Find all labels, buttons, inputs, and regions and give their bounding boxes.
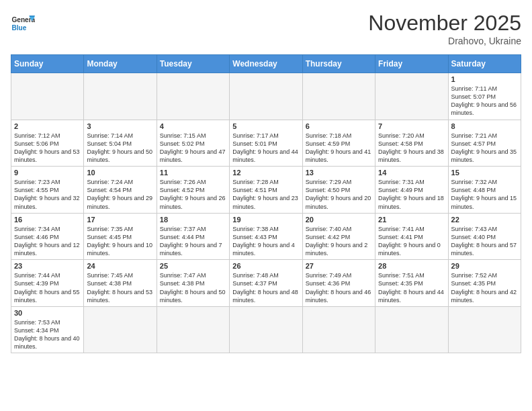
calendar-cell: 28Sunrise: 7:51 AM Sunset: 4:35 PM Dayli… — [375, 260, 448, 307]
day-info: Sunrise: 7:28 AM Sunset: 4:51 PM Dayligh… — [232, 178, 299, 211]
calendar-cell: 21Sunrise: 7:41 AM Sunset: 4:41 PM Dayli… — [375, 213, 448, 260]
day-number: 25 — [160, 262, 226, 270]
calendar-cell: 3Sunrise: 7:14 AM Sunset: 5:04 PM Daylig… — [84, 120, 157, 167]
calendar-cell: 5Sunrise: 7:17 AM Sunset: 5:01 PM Daylig… — [230, 120, 302, 167]
calendar-cell — [302, 73, 375, 120]
calendar-cell: 24Sunrise: 7:45 AM Sunset: 4:38 PM Dayli… — [84, 260, 157, 307]
calendar-week-2: 2Sunrise: 7:12 AM Sunset: 5:06 PM Daylig… — [11, 120, 521, 167]
calendar-header-saturday: Saturday — [448, 55, 521, 73]
calendar-cell: 20Sunrise: 7:40 AM Sunset: 4:42 PM Dayli… — [302, 213, 375, 260]
calendar-cell — [375, 306, 448, 353]
day-number: 4 — [160, 122, 226, 130]
calendar-cell: 6Sunrise: 7:18 AM Sunset: 4:59 PM Daylig… — [302, 120, 375, 167]
day-info: Sunrise: 7:21 AM Sunset: 4:57 PM Dayligh… — [451, 132, 518, 165]
day-info: Sunrise: 7:52 AM Sunset: 4:35 PM Dayligh… — [451, 271, 518, 304]
day-info: Sunrise: 7:23 AM Sunset: 4:55 PM Dayligh… — [14, 178, 81, 211]
calendar-cell: 22Sunrise: 7:43 AM Sunset: 4:40 PM Dayli… — [448, 213, 521, 260]
calendar-cell: 8Sunrise: 7:21 AM Sunset: 4:57 PM Daylig… — [448, 120, 521, 167]
calendar-header-wednesday: Wednesday — [230, 55, 302, 73]
calendar-week-5: 23Sunrise: 7:44 AM Sunset: 4:39 PM Dayli… — [11, 260, 521, 307]
calendar-cell: 7Sunrise: 7:20 AM Sunset: 4:58 PM Daylig… — [375, 120, 448, 167]
day-number: 23 — [14, 262, 81, 270]
day-number: 24 — [87, 262, 153, 270]
calendar-cell: 11Sunrise: 7:26 AM Sunset: 4:52 PM Dayli… — [157, 167, 229, 214]
day-number: 2 — [14, 122, 81, 130]
day-number: 15 — [451, 169, 518, 177]
location: Drahovo, Ukraine — [368, 36, 521, 46]
day-number: 22 — [451, 216, 518, 224]
calendar-cell — [375, 73, 448, 120]
calendar-cell: 15Sunrise: 7:32 AM Sunset: 4:48 PM Dayli… — [448, 167, 521, 214]
calendar-cell — [230, 73, 302, 120]
day-number: 12 — [232, 169, 299, 177]
calendar-cell: 10Sunrise: 7:24 AM Sunset: 4:54 PM Dayli… — [84, 167, 157, 214]
day-info: Sunrise: 7:29 AM Sunset: 4:50 PM Dayligh… — [306, 178, 372, 211]
header: General Blue November 2025 Drahovo, Ukra… — [11, 11, 521, 46]
day-number: 9 — [14, 169, 81, 177]
day-number: 14 — [378, 169, 445, 177]
calendar-cell — [302, 306, 375, 353]
day-number: 3 — [87, 122, 153, 130]
calendar-cell — [448, 306, 521, 353]
day-number: 20 — [306, 216, 372, 224]
calendar-cell: 18Sunrise: 7:37 AM Sunset: 4:44 PM Dayli… — [157, 213, 229, 260]
day-info: Sunrise: 7:31 AM Sunset: 4:49 PM Dayligh… — [378, 178, 445, 211]
day-info: Sunrise: 7:26 AM Sunset: 4:52 PM Dayligh… — [160, 178, 226, 211]
calendar-cell: 4Sunrise: 7:15 AM Sunset: 5:02 PM Daylig… — [157, 120, 229, 167]
day-info: Sunrise: 7:53 AM Sunset: 4:34 PM Dayligh… — [14, 318, 81, 351]
calendar-header-sunday: Sunday — [11, 55, 84, 73]
calendar-week-6: 30Sunrise: 7:53 AM Sunset: 4:34 PM Dayli… — [11, 306, 521, 353]
calendar-header-thursday: Thursday — [302, 55, 375, 73]
logo-icon: General Blue — [11, 11, 35, 35]
title-block: November 2025 Drahovo, Ukraine — [368, 11, 521, 46]
day-info: Sunrise: 7:35 AM Sunset: 4:45 PM Dayligh… — [87, 225, 153, 258]
day-info: Sunrise: 7:20 AM Sunset: 4:58 PM Dayligh… — [378, 132, 445, 165]
day-number: 6 — [306, 122, 372, 130]
day-number: 28 — [378, 262, 445, 270]
day-info: Sunrise: 7:45 AM Sunset: 4:38 PM Dayligh… — [87, 271, 153, 304]
day-info: Sunrise: 7:18 AM Sunset: 4:59 PM Dayligh… — [306, 132, 372, 165]
day-info: Sunrise: 7:43 AM Sunset: 4:40 PM Dayligh… — [451, 225, 518, 258]
calendar-cell — [11, 73, 84, 120]
day-info: Sunrise: 7:24 AM Sunset: 4:54 PM Dayligh… — [87, 178, 153, 211]
day-number: 8 — [451, 122, 518, 130]
calendar-cell: 16Sunrise: 7:34 AM Sunset: 4:46 PM Dayli… — [11, 213, 84, 260]
day-info: Sunrise: 7:49 AM Sunset: 4:36 PM Dayligh… — [306, 271, 372, 304]
day-number: 18 — [160, 216, 226, 224]
month-title: November 2025 — [368, 11, 521, 36]
day-number: 16 — [14, 216, 81, 224]
calendar-cell: 12Sunrise: 7:28 AM Sunset: 4:51 PM Dayli… — [230, 167, 302, 214]
day-info: Sunrise: 7:34 AM Sunset: 4:46 PM Dayligh… — [14, 225, 81, 258]
calendar-cell — [84, 306, 157, 353]
calendar: SundayMondayTuesdayWednesdayThursdayFrid… — [11, 54, 521, 353]
day-number: 29 — [451, 262, 518, 270]
calendar-cell: 19Sunrise: 7:38 AM Sunset: 4:43 PM Dayli… — [230, 213, 302, 260]
day-number: 17 — [87, 216, 153, 224]
day-number: 13 — [306, 169, 372, 177]
calendar-cell: 23Sunrise: 7:44 AM Sunset: 4:39 PM Dayli… — [11, 260, 84, 307]
day-info: Sunrise: 7:48 AM Sunset: 4:37 PM Dayligh… — [232, 271, 299, 304]
calendar-header-tuesday: Tuesday — [157, 55, 229, 73]
calendar-cell: 27Sunrise: 7:49 AM Sunset: 4:36 PM Dayli… — [302, 260, 375, 307]
calendar-header-row: SundayMondayTuesdayWednesdayThursdayFrid… — [11, 55, 521, 73]
day-number: 19 — [232, 216, 299, 224]
day-number: 27 — [306, 262, 372, 270]
calendar-cell: 2Sunrise: 7:12 AM Sunset: 5:06 PM Daylig… — [11, 120, 84, 167]
calendar-header-friday: Friday — [375, 55, 448, 73]
day-info: Sunrise: 7:47 AM Sunset: 4:38 PM Dayligh… — [160, 271, 226, 304]
calendar-cell — [157, 306, 229, 353]
day-number: 7 — [378, 122, 445, 130]
calendar-cell: 29Sunrise: 7:52 AM Sunset: 4:35 PM Dayli… — [448, 260, 521, 307]
calendar-cell: 25Sunrise: 7:47 AM Sunset: 4:38 PM Dayli… — [157, 260, 229, 307]
day-info: Sunrise: 7:14 AM Sunset: 5:04 PM Dayligh… — [87, 132, 153, 165]
calendar-cell: 1Sunrise: 7:11 AM Sunset: 5:07 PM Daylig… — [448, 73, 521, 120]
calendar-cell: 30Sunrise: 7:53 AM Sunset: 4:34 PM Dayli… — [11, 306, 84, 353]
day-info: Sunrise: 7:44 AM Sunset: 4:39 PM Dayligh… — [14, 271, 81, 304]
day-number: 21 — [378, 216, 445, 224]
calendar-cell — [230, 306, 302, 353]
calendar-week-4: 16Sunrise: 7:34 AM Sunset: 4:46 PM Dayli… — [11, 213, 521, 260]
page: General Blue November 2025 Drahovo, Ukra… — [0, 0, 532, 411]
calendar-cell: 26Sunrise: 7:48 AM Sunset: 4:37 PM Dayli… — [230, 260, 302, 307]
day-number: 1 — [451, 75, 518, 83]
calendar-cell: 17Sunrise: 7:35 AM Sunset: 4:45 PM Dayli… — [84, 213, 157, 260]
